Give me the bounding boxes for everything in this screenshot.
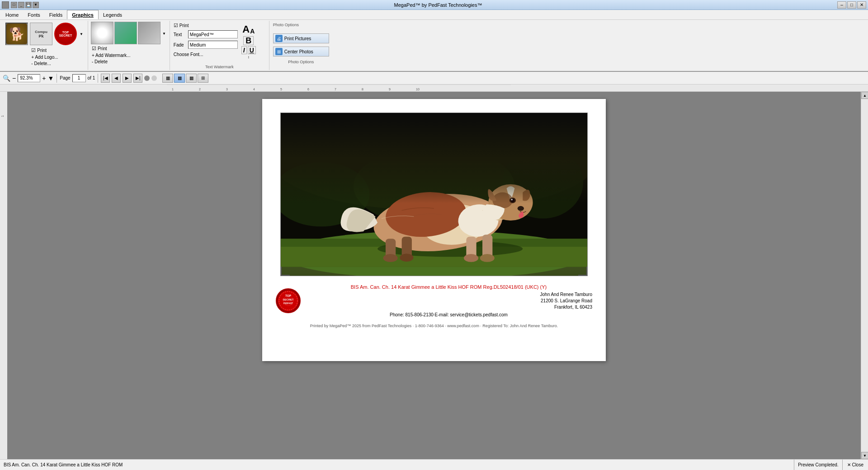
- close-button[interactable]: ✕: [857, 1, 866, 9]
- fade-dropdown[interactable]: Medium: [188, 41, 238, 49]
- view-mode-4[interactable]: ⊞: [198, 74, 208, 83]
- menu-fields[interactable]: Fields: [45, 10, 67, 19]
- svg-point-34: [480, 254, 495, 262]
- horizontal-ruler: 1 2 3 4 5 6 7 8 9 10: [0, 85, 868, 92]
- nav-first-btn[interactable]: |◀: [101, 74, 110, 83]
- gfx-delete-btn[interactable]: - Delete: [91, 59, 167, 65]
- page-number-input[interactable]: [72, 74, 86, 82]
- main-caption: BIS Am. Can. Ch. 14 Karat Gimmee a Littl…: [305, 284, 592, 290]
- save-icon[interactable]: 💾: [25, 2, 32, 8]
- menu-graphics[interactable]: Graphics: [67, 10, 99, 19]
- nav-last-btn[interactable]: ▶|: [133, 74, 142, 83]
- status-close-btn[interactable]: ✕ Close: [842, 460, 868, 470]
- title-bar: □ _ 💾 ▼ MegaPed™ by PedFast Technologies…: [0, 0, 868, 10]
- format-controls: B I U ↕: [241, 36, 256, 59]
- menu-fonts[interactable]: Fonts: [23, 10, 45, 19]
- underline-button[interactable]: U: [248, 46, 256, 54]
- zoom-dropdown-arrow[interactable]: ▼: [47, 75, 54, 82]
- restore-icon[interactable]: □: [11, 2, 17, 8]
- gfx-add-btn[interactable]: + Add Watermark...: [91, 52, 167, 58]
- size-icons: A A: [242, 24, 255, 34]
- text-align-icon[interactable]: ↕: [248, 55, 250, 59]
- left-ruler: 1: [0, 92, 7, 459]
- bold-button[interactable]: B: [243, 36, 254, 45]
- canvas-area[interactable]: TOP SECRET PEDFAST BIS Am. Can. Ch. 14 K…: [7, 92, 861, 459]
- seal-logo-thumb: TOPSECRET: [54, 23, 77, 45]
- logo-print-btn[interactable]: ☑ Print: [30, 47, 59, 54]
- menu-legends[interactable]: Legends: [99, 10, 127, 19]
- svg-point-33: [464, 254, 478, 262]
- twm-print-row: ☑ Print: [174, 23, 238, 28]
- dropdown-arrow[interactable]: ▼: [33, 2, 39, 8]
- svg-point-40: [518, 206, 524, 211]
- view-mode-3[interactable]: ▦: [186, 74, 197, 83]
- gfx-thumb-3[interactable]: [138, 22, 160, 44]
- svg-text:9: 9: [389, 88, 391, 91]
- zoom-minus-btn[interactable]: −: [12, 75, 16, 82]
- gfx-print-btn[interactable]: ☑ Print: [91, 45, 167, 52]
- app-icon: [2, 1, 9, 9]
- twm-print-checkbox[interactable]: ☑: [174, 23, 178, 28]
- toolbar: Compu Pk TOPSECRET ▼ ☑ Print + Add Logo.…: [0, 20, 868, 72]
- status-text: BIS Am. Can. Ch. 14 Karat Gimmee a Littl…: [0, 460, 794, 470]
- scroll-down-arrow[interactable]: ▼: [861, 452, 868, 459]
- title-small-icons: □ _ 💾 ▼: [11, 2, 39, 8]
- photo-frame: [280, 113, 588, 276]
- svg-text:1: 1: [172, 88, 174, 91]
- document-seal: TOP SECRET PEDFAST: [276, 288, 301, 313]
- gfx-print-checkbox[interactable]: ☑: [92, 46, 96, 52]
- zoom-display: 92.3%: [18, 74, 40, 82]
- logo-delete-btn[interactable]: - Delete...: [30, 61, 59, 66]
- seal-svg: TOP SECRET PEDFAST: [277, 288, 300, 313]
- gfx-actions: ☑ Print + Add Watermark... - Delete: [91, 45, 167, 65]
- svg-text:8: 8: [362, 88, 363, 91]
- dog-photo: [281, 113, 587, 276]
- minimize-icon[interactable]: _: [18, 2, 24, 8]
- svg-text:4: 4: [253, 88, 255, 91]
- zoom-plus-btn[interactable]: +: [42, 75, 46, 82]
- svg-text:3: 3: [226, 88, 228, 91]
- owner-info: John And Renee Tamburo 21200 S. LaGrange…: [305, 291, 592, 310]
- view-mode-1[interactable]: ▦: [162, 74, 173, 83]
- gfx-dropdown-arrow[interactable]: ▼: [161, 31, 167, 37]
- text-watermark-label: Text Watermark: [170, 65, 269, 69]
- print-pictures-icon: 🖨: [275, 35, 283, 42]
- twm-text-input[interactable]: [188, 30, 238, 38]
- logo-dropdown-arrow[interactable]: ▼: [79, 23, 84, 45]
- compupk-logo: Compu Pk: [30, 23, 52, 45]
- zoom-out-icon[interactable]: 🔍: [3, 75, 10, 82]
- menu-home[interactable]: Home: [1, 10, 23, 19]
- nav-next-btn[interactable]: ▶: [123, 74, 132, 83]
- center-photos-btn[interactable]: ⊞ Center Photos: [273, 47, 329, 56]
- twm-fade-row: Fade Medium: [174, 41, 238, 49]
- minimize-button[interactable]: –: [837, 1, 846, 9]
- twm-grid: ☑ Print Text Fade Medium Choose Font...: [174, 23, 265, 59]
- ruler-svg: 1 2 3 4 5 6 7 8 9 10: [0, 85, 868, 92]
- gfx-thumb-2[interactable]: [114, 22, 137, 44]
- gfx-thumbnails: [91, 22, 160, 44]
- large-a-icon: A: [242, 24, 250, 34]
- page-indicator-2: [151, 75, 157, 81]
- print-pictures-btn[interactable]: 🖨 Print Pictures: [273, 33, 329, 43]
- print-checkbox[interactable]: ☑: [31, 47, 36, 53]
- nav-prev-btn[interactable]: ◀: [112, 74, 121, 83]
- logo-add-btn[interactable]: + Add Logo...: [30, 54, 59, 60]
- svg-rect-0: [0, 85, 868, 92]
- owner-line-3: Frankfort, IL 60423: [305, 304, 592, 310]
- vertical-ruler-svg: 1: [0, 92, 7, 459]
- graphics-watermark-section: ▼ ☑ Print + Add Watermark... - Delete Gr…: [88, 21, 170, 70]
- document-page: TOP SECRET PEDFAST BIS Am. Can. Ch. 14 K…: [262, 99, 606, 361]
- print-footer: Printed by MegaPed™ 2025 from PedFast Te…: [271, 324, 597, 328]
- svg-text:5: 5: [280, 88, 282, 91]
- scroll-up-arrow[interactable]: ▲: [861, 92, 868, 99]
- text-watermark-section: ☑ Print Text Fade Medium Choose Font...: [170, 21, 269, 70]
- contact-info: Phone: 815-806-2130·E-mail: service@tick…: [305, 312, 592, 317]
- dog-logo-image: [6, 24, 27, 44]
- restore-button[interactable]: □: [847, 1, 856, 9]
- gfx-thumb-1[interactable]: [91, 22, 113, 44]
- caption-area: TOP SECRET PEDFAST BIS Am. Can. Ch. 14 K…: [271, 281, 597, 321]
- right-scrollbar[interactable]: ▲ ▼: [861, 92, 868, 459]
- view-mode-2[interactable]: ▦: [174, 74, 185, 83]
- italic-button[interactable]: I: [241, 46, 247, 54]
- page-indicator: [144, 75, 150, 81]
